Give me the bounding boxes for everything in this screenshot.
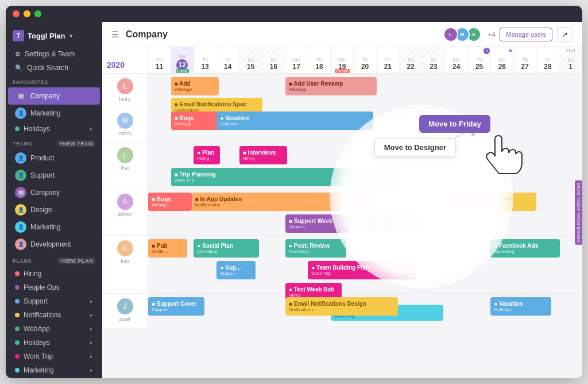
date-fr14: Fr14 [216,47,239,73]
task-team-building[interactable]: ● Team Building Plan Work Trip [308,261,416,279]
header-actions: L M A +4 Manage users ↗ [447,27,573,42]
sidebar-item-hiring[interactable]: Hiring [8,267,100,281]
chevron-icon: ▸ [90,126,93,132]
content-jozef: ■ Support Cover Support ■ Email Notifica… [148,294,582,328]
favourites-section: FAVOURITES [6,75,102,87]
close-btn[interactable] [13,10,20,17]
sidebar-item-company-fav[interactable]: 🏢 Company [8,87,100,105]
marketing-team-icon: 👤 [15,221,26,233]
avatar-kati: K [117,240,133,256]
marketing-fav-icon: 👤 [15,107,26,119]
task-add-webapp[interactable]: ■ Add WebApp [171,77,219,95]
task-support-cover[interactable]: ■ Support Cover Support [148,297,204,316]
app-window: T Toggl Plan ▾ ⚙ Settings & Team 🔍 Quick… [6,6,582,378]
sidebar-item-support-plan[interactable]: Support ▸ [8,294,100,308]
task-facebook-ads[interactable]: ● Facebook Ads Marketing [490,239,560,258]
sidebar-item-search[interactable]: 🔍 Quick Search [8,61,100,75]
calendar-area: 2020 Tu11 We12 Local Th13 [102,47,582,378]
settings-icon: ⚙ [15,51,21,58]
logo-chevron: ▾ [69,33,72,39]
task-in-app-updates[interactable]: ■ In App Updates Notifications [192,193,370,211]
content-kati: ■ Pub Notific... ● Social Plan Marketing… [148,236,582,293]
task-interviews[interactable]: ■ Interviews Hiring [239,146,287,164]
sidebar-item-work-trip[interactable]: Work Trip ▸ [8,350,100,363]
calendar-dates: Tu11 We12 Local Th13 Fr14 [148,47,582,73]
drag-from-board-btn[interactable]: DRAG TASKS FROM BOARD [575,181,582,245]
sidebar-item-support[interactable]: 👤 Support [8,167,100,184]
chevron-icon: ▸ [90,340,93,345]
user-lisa: L lisa [102,143,148,189]
teams-section: TEAMS +New Team [6,136,102,149]
sidebar-item-product[interactable]: 👤 Product [8,149,100,167]
app-logo[interactable]: T Toggl Plan ▾ [6,26,102,47]
content-laura: ■ Add WebApp ■ Add User Revamp WebApp ■ … [148,74,582,107]
sidebar-item-design[interactable]: 👤 Design [8,201,100,218]
new-team-btn[interactable]: +New Team [57,140,95,147]
hiring-dot [15,271,20,276]
task-pub[interactable]: ■ Pub Notific... [148,239,187,258]
manage-users-button[interactable]: Manage users [500,28,552,41]
sidebar-item-notifications[interactable]: Notifications ▸ [8,308,100,322]
task-bugs-adrien[interactable]: ■ Bugs WebAp... [148,193,192,211]
name-kati: kati [121,258,129,264]
sidebar-item-development[interactable]: 👤 Development [8,236,100,253]
task-vacation-mitch[interactable]: ● Vacation Holidays [216,112,373,130]
year-label: 2020 [102,47,148,73]
sidebar-item-marketing-fav[interactable]: 👤 Marketing [8,105,100,122]
task-add-user-revamp[interactable]: ■ Add User Revamp WebApp [285,77,377,95]
date-we19: We19 Global [331,47,354,73]
content-adrien: ■ Bugs WebAp... ■ In App Updates Notific… [148,189,582,235]
move-to-designer-btn[interactable]: Move to Designer [374,138,456,157]
task-bugs-webapp[interactable]: ■ Bugs Webapp [171,112,219,130]
new-plan-btn[interactable]: +New Plan [57,258,95,264]
logo-icon: T [13,30,24,41]
sidebar-item-webapp[interactable]: WebApp ▸ [8,322,100,336]
date-su23: Su23 [423,47,446,73]
sidebar-item-marketing-team[interactable]: 👤 Marketing [8,218,100,236]
task-trip-planning[interactable]: ■ Trip Planning Work Trip [171,168,397,186]
task-support-week[interactable]: ■ Support Week Support [285,214,420,233]
name-mitch: mitch [119,130,131,136]
sidebar-item-settings[interactable]: ⚙ Settings & Team [8,47,100,61]
task-post-review[interactable]: ● Post: Review Marketing [285,239,346,258]
date-su16: Su16 [262,47,285,73]
sidebar-item-holidays-fav[interactable]: Holidays ▸ [8,122,100,136]
design-icon: 👤 [15,204,26,216]
main-content: ☰ Company L M A +4 Manage users ↗ [102,22,582,378]
date-th13: Th13 [194,47,217,73]
plans-section: PLANS +New Plan [6,253,102,267]
row-laura: L laura ■ Add WebApp ■ Add User Revam [102,74,582,108]
archive-section: ARCHIVE (0) [6,377,102,378]
sidebar-item-company[interactable]: 🏢 Company [8,184,100,201]
task-sup[interactable]: ● Sup... Suppo... [216,261,256,279]
development-icon: 👤 [15,239,26,250]
date-mo17: Mo17 [285,47,308,73]
sidebar-item-people-ops[interactable]: People Ops [8,281,100,294]
main-header: ☰ Company L M A +4 Manage users ↗ [102,22,582,47]
avatar-jozef: J [117,298,133,314]
menu-icon[interactable]: ☰ [111,30,119,39]
user-jozef: J jozef [102,294,148,328]
date-tu25: Tu25 3 [468,47,491,73]
sidebar: T Toggl Plan ▾ ⚙ Settings & Team 🔍 Quick… [6,22,102,378]
date-fr21: Fr21 [377,47,400,73]
date-tu18: Tu18 [308,47,331,73]
user-adrien: A adrien [102,189,148,235]
task-email-impl[interactable]: ● Email Implementation Notifications [445,193,536,211]
task-vacation-jozef[interactable]: ● Vacation Holidays [490,297,551,316]
task-plan-hiring[interactable]: ● Plan Hiring [194,146,219,164]
webapp-dot [15,327,20,331]
chevron-icon: ▸ [90,312,93,318]
task-email-notif-design[interactable]: ■ Email Notifications Design Notificatio… [285,297,399,316]
date-th27: Th27 [514,47,537,73]
task-social-plan[interactable]: ● Social Plan Marketing [194,239,258,258]
sidebar-item-holidays-plan[interactable]: Holidays ▸ [8,336,100,350]
max-btn[interactable] [34,10,41,17]
company-icon: 🏢 [15,187,26,198]
page-title: Company [126,29,440,40]
product-icon: 👤 [15,152,26,164]
sidebar-item-marketing-plan[interactable]: Marketing ▸ [8,363,100,377]
min-btn[interactable] [24,10,30,17]
holidays-dot [15,126,20,131]
share-button[interactable]: ↗ [557,27,573,42]
